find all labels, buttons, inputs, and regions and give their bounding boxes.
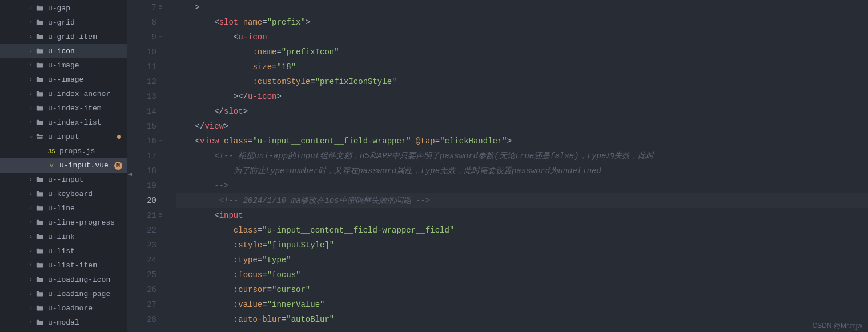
code-line[interactable]: 为了防止type=number时，又存在password属性，type无效，此时… bbox=[176, 163, 868, 178]
code-line[interactable]: <!-- 根据uni-app的input组件文档，H5和APP中只要声明了pas… bbox=[176, 149, 868, 163]
tree-item-u-link[interactable]: ›u-link bbox=[0, 230, 127, 244]
tree-item-u-image[interactable]: ›u-image bbox=[0, 58, 127, 73]
tree-item-u-index-item[interactable]: ›u-index-item bbox=[0, 101, 127, 115]
vue-file-icon: V bbox=[47, 162, 56, 170]
tree-item-u-line-progress[interactable]: ›u-line-progress bbox=[0, 215, 127, 230]
chevron-icon[interactable]: › bbox=[29, 34, 33, 40]
chevron-icon[interactable]: › bbox=[29, 19, 33, 26]
folder-icon bbox=[35, 76, 45, 84]
item-label: u-list bbox=[48, 247, 75, 255]
code-line[interactable]: --> bbox=[176, 178, 868, 193]
modified-indicator bbox=[117, 135, 121, 139]
chevron-icon[interactable]: › bbox=[29, 62, 33, 69]
chevron-icon[interactable]: › bbox=[29, 234, 33, 240]
tree-item-u-loadmore[interactable]: ›u-loadmore bbox=[0, 301, 127, 315]
item-label: u-modal bbox=[48, 318, 79, 327]
item-label: u-list-item bbox=[48, 261, 97, 270]
tree-item-u--input[interactable]: ›u--input bbox=[0, 173, 127, 187]
fold-icon[interactable]: ⊟ bbox=[159, 208, 162, 223]
tree-item-u-icon[interactable]: ›u-icon bbox=[0, 44, 127, 58]
code-line[interactable]: <input bbox=[176, 208, 868, 223]
code-line[interactable]: ></u-icon> bbox=[176, 89, 868, 104]
code-line[interactable]: :auto-blur="autoBlur" bbox=[176, 312, 868, 327]
tree-item-u-list[interactable]: ›u-list bbox=[0, 244, 127, 258]
chevron-icon[interactable]: › bbox=[29, 119, 33, 126]
chevron-icon[interactable]: › bbox=[29, 191, 33, 197]
code-line[interactable]: :focus="focus" bbox=[176, 267, 868, 282]
code-content[interactable]: > <slot name="prefix"> <u-icon :name="pr… bbox=[166, 0, 868, 332]
chevron-icon[interactable]: › bbox=[29, 277, 33, 283]
chevron-icon[interactable]: › bbox=[29, 305, 33, 311]
tree-item-u-grid-item[interactable]: ›u-grid-item bbox=[0, 30, 127, 44]
code-line[interactable]: > bbox=[176, 0, 868, 15]
chevron-icon[interactable]: › bbox=[29, 105, 33, 111]
folder-icon bbox=[35, 262, 45, 270]
code-line[interactable]: <!-- 2024/1/10 ma修改在ios中密码框失效的问题 --> bbox=[176, 193, 868, 208]
fold-icon[interactable]: ⊟ bbox=[159, 30, 162, 45]
code-line[interactable]: :type="type" bbox=[176, 253, 868, 267]
code-line[interactable]: size="18" bbox=[176, 59, 868, 74]
tree-item-u-list-item[interactable]: ›u-list-item bbox=[0, 258, 127, 273]
code-line[interactable]: :style="[inputStyle]" bbox=[176, 238, 868, 253]
tree-item-u-gap[interactable]: ›u-gap bbox=[0, 1, 127, 15]
code-line[interactable]: <u-icon bbox=[176, 30, 868, 45]
chevron-icon[interactable]: › bbox=[29, 219, 33, 226]
tree-item-u-line[interactable]: ›u-line bbox=[0, 201, 127, 215]
tree-item-u-input[interactable]: ›u-input bbox=[0, 130, 127, 144]
item-label: u-loading-icon bbox=[48, 275, 110, 284]
item-label: u-line bbox=[48, 204, 75, 213]
tree-item-u-index-list[interactable]: ›u-index-list bbox=[0, 115, 127, 130]
folder-icon bbox=[35, 176, 45, 184]
code-line[interactable]: class="u-input__content__field-wrapper__… bbox=[176, 223, 868, 238]
tree-item-u-input.vue[interactable]: Vu-input.vueM bbox=[0, 158, 127, 173]
fold-icon[interactable]: ⊟ bbox=[159, 149, 162, 163]
line-number: 16⊟ bbox=[127, 134, 156, 149]
chevron-icon[interactable]: › bbox=[29, 48, 33, 54]
line-number: 28 bbox=[127, 312, 156, 327]
code-editor[interactable]: ◀ 7⊟89⊟10111213141516⊟17⊟18192021⊟222324… bbox=[127, 0, 868, 332]
code-line[interactable]: :value="innerValue" bbox=[176, 297, 868, 312]
code-line[interactable]: :customStyle="prefixIconStyle" bbox=[176, 74, 868, 89]
line-number: 7⊟ bbox=[127, 0, 156, 15]
folder-icon bbox=[35, 133, 45, 141]
item-label: u-index-anchor bbox=[48, 90, 110, 98]
code-line[interactable]: <view class="u-input__content__field-wra… bbox=[176, 134, 868, 149]
item-label: u-grid bbox=[48, 18, 75, 27]
tree-item-u-loading-icon[interactable]: ›u-loading-icon bbox=[0, 273, 127, 287]
code-line[interactable]: </slot> bbox=[176, 104, 868, 119]
tree-item-u-keyboard[interactable]: ›u-keyboard bbox=[0, 187, 127, 201]
fold-icon[interactable]: ⊟ bbox=[159, 134, 162, 149]
tree-item-u--image[interactable]: ›u--image bbox=[0, 73, 127, 87]
tree-item-u-loading-page[interactable]: ›u-loading-page bbox=[0, 287, 127, 301]
chevron-icon[interactable]: › bbox=[29, 262, 33, 269]
line-number: 12 bbox=[127, 74, 156, 89]
folder-icon bbox=[35, 247, 45, 255]
item-label: u-index-list bbox=[48, 118, 102, 127]
chevron-icon[interactable]: › bbox=[29, 319, 33, 326]
file-explorer[interactable]: ›u-gap›u-grid›u-grid-item›u-icon›u-image… bbox=[0, 0, 127, 332]
code-line[interactable]: <slot name="prefix"> bbox=[176, 15, 868, 30]
line-number: 8 bbox=[127, 15, 156, 30]
item-label: u-input bbox=[48, 133, 79, 141]
code-line[interactable]: </view> bbox=[176, 119, 868, 134]
item-label: u-gap bbox=[48, 4, 70, 13]
collapse-handle[interactable]: ◀ bbox=[126, 166, 134, 182]
tree-item-props.js[interactable]: JSprops.js bbox=[0, 144, 127, 158]
chevron-icon[interactable]: › bbox=[29, 205, 33, 211]
code-line[interactable]: :name="prefixIcon" bbox=[176, 45, 868, 59]
chevron-icon[interactable]: › bbox=[29, 77, 33, 83]
chevron-icon[interactable]: › bbox=[29, 5, 33, 11]
tree-item-u-index-anchor[interactable]: ›u-index-anchor bbox=[0, 87, 127, 101]
fold-icon[interactable]: ⊟ bbox=[159, 0, 162, 15]
code-line[interactable]: :cursor="cursor" bbox=[176, 282, 868, 297]
chevron-icon[interactable]: › bbox=[29, 91, 33, 97]
chevron-icon[interactable]: › bbox=[29, 177, 33, 183]
item-label: u-loadmore bbox=[48, 304, 93, 313]
chevron-icon[interactable]: › bbox=[28, 135, 34, 139]
chevron-icon[interactable]: › bbox=[29, 291, 33, 297]
tree-item-u-modal[interactable]: ›u-modal bbox=[0, 315, 127, 330]
item-label: u-input.vue bbox=[59, 161, 108, 170]
tree-item-u-grid[interactable]: ›u-grid bbox=[0, 15, 127, 30]
chevron-icon[interactable]: › bbox=[29, 248, 33, 254]
folder-icon bbox=[35, 219, 45, 227]
